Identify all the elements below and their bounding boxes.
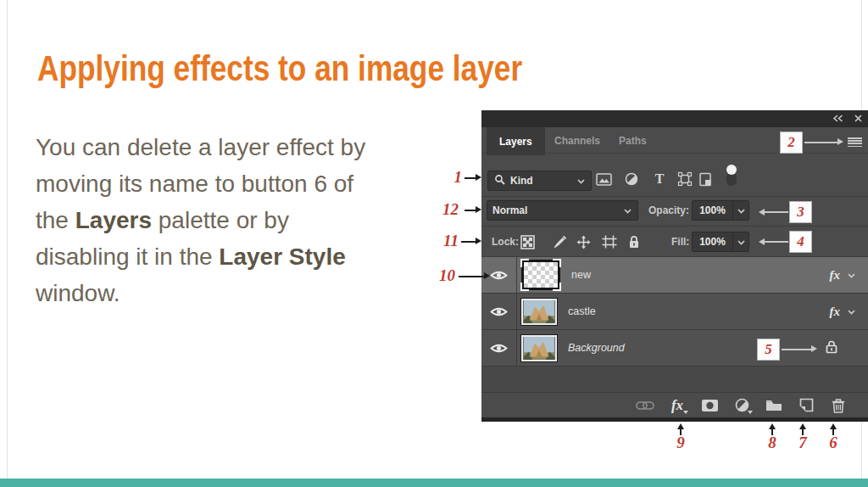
- callout-number: 7: [790, 434, 815, 452]
- photoshop-layers-panel: Layers Channels Paths Kind T: [481, 110, 868, 422]
- new-group-button[interactable]: [765, 396, 783, 415]
- chevron-down-icon: [577, 175, 585, 187]
- fx-expand-chevron-icon[interactable]: [848, 305, 855, 317]
- callout-arrow: [459, 276, 484, 277]
- lock-label: Lock:: [492, 232, 519, 252]
- layer-row-castle[interactable]: castle fx: [481, 294, 868, 330]
- slide-footer-bar: [0, 479, 868, 487]
- callout-number: 8: [760, 434, 785, 452]
- tab-layers[interactable]: Layers: [487, 127, 545, 155]
- fx-expand-chevron-icon[interactable]: [848, 269, 855, 281]
- lock-all-icon[interactable]: [624, 232, 644, 252]
- opacity-value: 100%: [693, 204, 732, 216]
- fill-value: 100%: [693, 236, 732, 248]
- callout-number: 12: [433, 200, 459, 219]
- panel-menu-icon[interactable]: [848, 137, 862, 147]
- blend-mode-dropdown[interactable]: Normal: [487, 200, 638, 221]
- opacity-dropdown[interactable]: 100%: [692, 200, 749, 221]
- visibility-toggle[interactable]: [481, 330, 517, 366]
- fill-dropdown[interactable]: 100%: [692, 232, 749, 252]
- background-lock-icon: [826, 340, 837, 356]
- chevron-down-icon: [624, 204, 632, 216]
- opacity-label: Opacity:: [648, 200, 689, 221]
- chevron-down-icon: [737, 236, 745, 248]
- fx-badge-label: fx: [830, 268, 841, 283]
- layer-row-new[interactable]: new fx: [481, 257, 868, 294]
- fx-badge-label: fx: [830, 305, 841, 319]
- collapse-panel-icon[interactable]: [832, 113, 843, 125]
- lock-artboard-icon[interactable]: [599, 232, 620, 252]
- delete-layer-button[interactable]: [829, 396, 848, 415]
- panel-toolbar: fx: [481, 392, 868, 417]
- callout-number: 1: [437, 168, 462, 187]
- eye-icon: [490, 270, 508, 281]
- panel-titlebar: [481, 110, 868, 127]
- callout-box: 5: [757, 339, 780, 361]
- callout-box: 3: [789, 201, 812, 223]
- layer-name: castle: [568, 305, 596, 317]
- layers-list: new fx cast: [481, 257, 868, 392]
- fx-icon: fx: [671, 397, 683, 414]
- layer-name: Background: [568, 342, 625, 354]
- lock-paint-brush-icon[interactable]: [549, 232, 570, 252]
- fill-label: Fill:: [671, 232, 689, 252]
- callout-arrow: [782, 349, 811, 350]
- chevron-down-icon: [737, 204, 745, 216]
- slide-left-border: [7, 0, 8, 479]
- kind-filter-dropdown[interactable]: Kind: [487, 171, 592, 191]
- page-title: Applying effects to an image layer: [37, 48, 522, 89]
- callout-arrow: [804, 142, 837, 143]
- close-icon[interactable]: [854, 113, 862, 125]
- callout-number: 6: [821, 434, 846, 452]
- new-layer-button[interactable]: [797, 396, 815, 415]
- filter-shape-layers-icon[interactable]: [676, 170, 694, 188]
- lock-transparency-icon[interactable]: [517, 232, 537, 252]
- callout-arrow: [765, 241, 788, 243]
- add-layer-style-button[interactable]: fx: [668, 396, 687, 415]
- filter-smart-objects-icon[interactable]: [696, 170, 715, 188]
- layer-thumbnail[interactable]: [521, 335, 557, 361]
- callout-arrow: [465, 177, 476, 179]
- blend-mode-value: Normal: [487, 204, 624, 216]
- callout-number: 9: [668, 434, 693, 452]
- visibility-toggle[interactable]: [481, 294, 517, 329]
- callout-arrow: [765, 211, 788, 213]
- callout-number: 11: [433, 232, 459, 250]
- body-text: You can delete a layer effect bymoving i…: [36, 129, 451, 311]
- callout-arrow: [461, 241, 476, 243]
- add-layer-mask-button[interactable]: [700, 396, 719, 415]
- lock-position-move-icon[interactable]: [573, 232, 593, 252]
- add-adjustment-layer-button[interactable]: [732, 396, 751, 415]
- filter-type-layers-icon[interactable]: T: [650, 170, 669, 188]
- callout-arrow: [465, 210, 476, 211]
- filter-pixel-layers-icon[interactable]: [594, 170, 613, 188]
- link-layers-button[interactable]: [636, 396, 654, 415]
- kind-filter-label: Kind: [505, 175, 577, 187]
- triangle-down-icon: [748, 411, 753, 414]
- layer-thumbnail[interactable]: [521, 260, 560, 290]
- callout-box: 4: [789, 231, 812, 253]
- tab-channels[interactable]: Channels: [554, 127, 600, 154]
- layer-thumbnail[interactable]: [521, 299, 557, 325]
- layer-name: new: [571, 269, 591, 281]
- panel-tabstrip: Layers Channels Paths: [481, 127, 868, 154]
- triangle-down-icon: [683, 411, 688, 414]
- eye-icon: [490, 343, 508, 354]
- callout-number: 10: [430, 266, 455, 285]
- callout-box: 2: [780, 132, 803, 154]
- search-icon: [494, 174, 505, 188]
- eye-icon: [490, 306, 508, 317]
- filter-toggle-icon[interactable]: [726, 165, 737, 187]
- tab-paths[interactable]: Paths: [619, 127, 647, 154]
- filter-adjustment-layers-icon[interactable]: [622, 170, 641, 188]
